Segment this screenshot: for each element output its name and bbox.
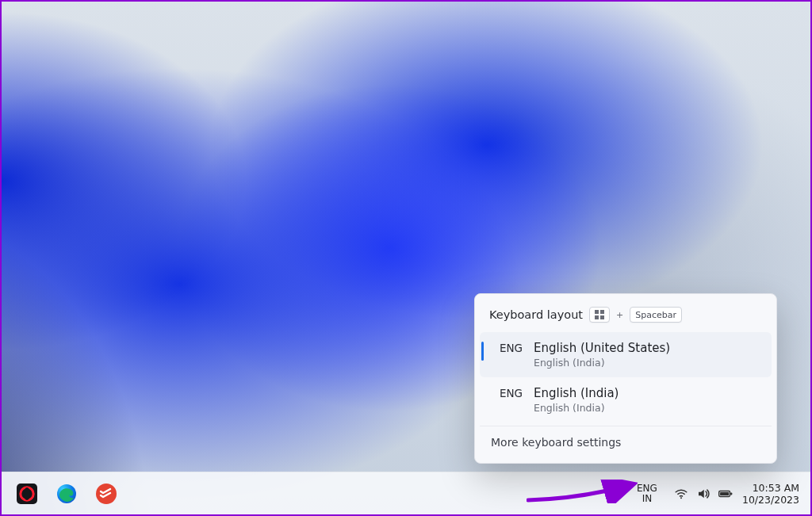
more-keyboard-settings-label: More keyboard settings bbox=[491, 436, 621, 449]
clock-date: 10/23/2023 bbox=[742, 494, 799, 506]
win-key-icon bbox=[589, 307, 610, 323]
svg-point-9 bbox=[680, 497, 682, 499]
clock-time: 10:53 AM bbox=[742, 482, 799, 494]
selection-indicator bbox=[481, 342, 484, 361]
volume-icon bbox=[696, 487, 710, 501]
opera-icon bbox=[16, 483, 38, 505]
svg-rect-0 bbox=[595, 310, 599, 314]
spacebar-keycap: Spacebar bbox=[630, 307, 682, 323]
keyboard-layout-flyout: Keyboard layout + Spacebar ENGEnglish (U… bbox=[474, 293, 777, 464]
svg-rect-2 bbox=[595, 315, 599, 319]
svg-rect-12 bbox=[720, 491, 729, 495]
taskbar-clock[interactable]: 10:53 AM 10/23/2023 bbox=[739, 482, 802, 506]
taskbar-app-opera[interactable] bbox=[10, 477, 44, 510]
svg-rect-11 bbox=[730, 492, 732, 495]
battery-icon bbox=[718, 487, 733, 501]
wifi-icon bbox=[674, 487, 688, 501]
layout-secondary-label: English (India) bbox=[534, 357, 670, 369]
system-tray[interactable] bbox=[671, 487, 734, 501]
svg-rect-3 bbox=[600, 315, 604, 319]
layout-secondary-label: English (India) bbox=[534, 402, 619, 415]
taskbar: ENG IN 10:53 AM 10/23/2023 bbox=[2, 472, 810, 514]
svg-point-6 bbox=[24, 487, 30, 500]
flyout-title: Keyboard layout bbox=[489, 308, 583, 321]
more-keyboard-settings-link[interactable]: More keyboard settings bbox=[480, 426, 772, 458]
taskbar-app-edge[interactable] bbox=[49, 477, 84, 510]
taskbar-app-todoist[interactable] bbox=[89, 477, 124, 510]
edge-icon bbox=[56, 483, 78, 505]
todoist-icon bbox=[95, 483, 117, 505]
svg-rect-8 bbox=[96, 484, 117, 504]
layout-primary-label: English (India) bbox=[534, 385, 619, 401]
annotation-arrow bbox=[527, 480, 638, 503]
keyboard-layout-item[interactable]: ENGEnglish (India)English (India) bbox=[480, 377, 772, 422]
layout-primary-label: English (United States) bbox=[534, 340, 670, 356]
shortcut-plus: + bbox=[616, 310, 623, 320]
layout-code: ENG bbox=[486, 385, 523, 399]
keyboard-layout-item[interactable]: ENGEnglish (United States)English (India… bbox=[480, 332, 772, 377]
layout-code: ENG bbox=[486, 340, 523, 354]
flyout-header: Keyboard layout + Spacebar bbox=[480, 299, 772, 332]
svg-rect-1 bbox=[600, 310, 604, 314]
